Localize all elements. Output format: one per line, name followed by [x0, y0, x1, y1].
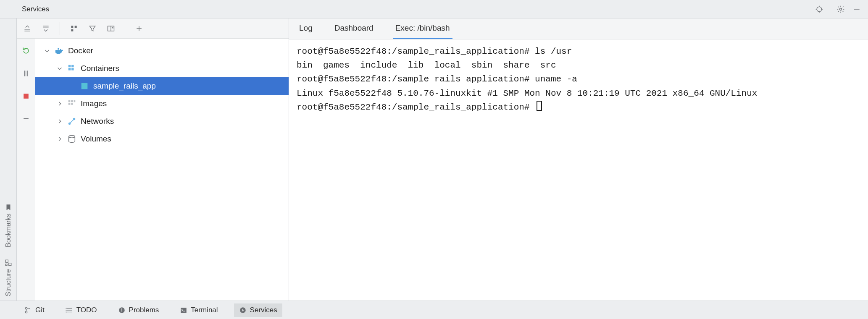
- svg-rect-15: [75, 26, 77, 28]
- bottom-tool-bar: Git TODO Problems Terminal Services: [0, 301, 868, 319]
- remove-icon[interactable]: [20, 112, 32, 125]
- svg-point-47: [66, 309, 66, 310]
- tree-node-volumes[interactable]: Volumes: [35, 130, 289, 148]
- svg-rect-16: [71, 29, 73, 31]
- tab-log[interactable]: Log: [297, 18, 315, 39]
- filter-icon[interactable]: [86, 22, 99, 35]
- services-panel: Docker Containers sample_rails_app: [17, 18, 289, 301]
- chevron-down-icon[interactable]: [56, 65, 63, 72]
- svg-point-46: [66, 308, 66, 309]
- rail-structure[interactable]: Structure: [5, 259, 12, 296]
- svg-rect-32: [82, 83, 88, 89]
- gear-icon[interactable]: [834, 3, 847, 16]
- svg-rect-9: [5, 264, 7, 266]
- svg-rect-52: [181, 308, 187, 313]
- svg-rect-31: [71, 68, 74, 71]
- minimize-icon[interactable]: [850, 3, 863, 16]
- tree-label: Networks: [81, 117, 114, 126]
- pause-icon[interactable]: [20, 67, 32, 80]
- add-icon[interactable]: [133, 22, 145, 35]
- svg-rect-50: [121, 308, 122, 311]
- svg-rect-34: [71, 100, 73, 102]
- svg-point-40: [69, 136, 75, 138]
- bottom-label: Services: [250, 306, 277, 314]
- bottom-label: Git: [35, 306, 45, 314]
- services-tree[interactable]: Docker Containers sample_rails_app: [35, 39, 289, 301]
- tree-label: sample_rails_app: [93, 81, 156, 91]
- svg-rect-23: [24, 94, 29, 99]
- svg-rect-8: [8, 263, 11, 266]
- svg-rect-37: [71, 103, 73, 105]
- bottom-label: Terminal: [191, 306, 218, 314]
- docker-icon: [55, 46, 64, 55]
- tree-label: Images: [81, 99, 107, 108]
- tree-node-docker[interactable]: Docker: [35, 42, 289, 60]
- svg-point-48: [66, 311, 66, 312]
- svg-rect-27: [58, 48, 59, 50]
- svg-rect-29: [71, 65, 74, 68]
- networks-icon: [67, 117, 76, 126]
- rerun-icon[interactable]: [20, 44, 32, 57]
- chevron-right-icon[interactable]: [56, 118, 63, 125]
- terminal-line: root@f5a8e5522f48:/sample_rails_applicat…: [297, 47, 572, 56]
- terminal-output[interactable]: root@f5a8e5522f48:/sample_rails_applicat…: [289, 39, 868, 301]
- tree-label: Volumes: [81, 134, 111, 144]
- svg-rect-30: [68, 68, 71, 71]
- content-tabs: Log Dashboard Exec: /bin/bash: [289, 18, 868, 39]
- tab-dashboard[interactable]: Dashboard: [332, 18, 376, 39]
- svg-rect-22: [26, 71, 28, 76]
- svg-rect-51: [121, 311, 122, 312]
- terminal-cursor: [537, 101, 542, 111]
- svg-rect-36: [68, 103, 71, 105]
- svg-rect-28: [68, 65, 71, 68]
- chevron-right-icon[interactable]: [56, 100, 63, 107]
- svg-rect-21: [24, 71, 25, 76]
- chevron-right-icon[interactable]: [56, 136, 63, 142]
- tree-label: Containers: [81, 64, 119, 73]
- crosshair-icon[interactable]: [813, 3, 826, 16]
- bottom-terminal[interactable]: Terminal: [175, 303, 223, 317]
- svg-point-0: [817, 7, 822, 12]
- bottom-label: TODO: [76, 306, 97, 314]
- svg-point-41: [25, 307, 27, 309]
- svg-point-42: [25, 311, 27, 313]
- terminal-line: bin games include lib local sbin share s…: [297, 60, 556, 70]
- expand-all-icon[interactable]: [21, 22, 34, 35]
- collapse-all-icon[interactable]: [39, 22, 52, 35]
- services-left-control: [17, 39, 35, 301]
- containers-icon: [67, 64, 76, 73]
- tree-node-networks[interactable]: Networks: [35, 112, 289, 130]
- group-icon[interactable]: [68, 22, 80, 35]
- terminal-prompt: root@f5a8e5522f48:/sample_rails_applicat…: [297, 102, 535, 112]
- svg-point-5: [840, 8, 842, 10]
- bottom-todo[interactable]: TODO: [60, 303, 102, 317]
- tree-label: Docker: [68, 46, 93, 55]
- tree-node-sample-rails-app[interactable]: sample_rails_app: [35, 77, 289, 95]
- services-toolbar: [17, 18, 289, 39]
- svg-rect-7: [5, 260, 8, 262]
- tree-node-containers[interactable]: Containers: [35, 60, 289, 77]
- bottom-label: Problems: [129, 306, 159, 314]
- open-tab-icon[interactable]: [105, 22, 117, 35]
- left-tool-rail: Bookmarks Structure: [0, 18, 17, 301]
- tab-exec[interactable]: Exec: /bin/bash: [393, 18, 452, 39]
- svg-rect-14: [71, 26, 73, 28]
- svg-rect-35: [74, 100, 76, 102]
- tree-node-images[interactable]: Images: [35, 95, 289, 112]
- content-area: Log Dashboard Exec: /bin/bash root@f5a8e…: [289, 18, 868, 301]
- svg-rect-33: [68, 100, 71, 102]
- images-icon: [67, 99, 76, 108]
- rail-structure-label: Structure: [5, 269, 12, 296]
- panel-header: Services: [0, 0, 868, 18]
- panel-title: Services: [0, 5, 49, 13]
- bottom-git[interactable]: Git: [19, 303, 50, 317]
- container-running-icon: [80, 81, 89, 91]
- volumes-icon: [67, 134, 76, 144]
- rail-bookmarks[interactable]: Bookmarks: [5, 204, 12, 247]
- bottom-services[interactable]: Services: [234, 303, 282, 317]
- panel-header-actions: [813, 3, 868, 16]
- chevron-down-icon[interactable]: [44, 47, 50, 54]
- bottom-problems[interactable]: Problems: [113, 303, 164, 317]
- terminal-line: root@f5a8e5522f48:/sample_rails_applicat…: [297, 74, 577, 84]
- stop-icon[interactable]: [20, 90, 32, 102]
